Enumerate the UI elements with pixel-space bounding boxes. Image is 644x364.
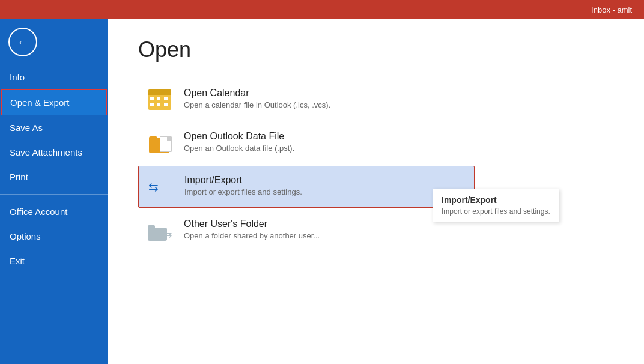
sidebar-item-options[interactable]: Options xyxy=(0,224,108,249)
open-calendar-desc: Open a calendar file in Outlook (.ics, .… xyxy=(184,100,467,109)
sidebar-item-office-account[interactable]: Office Account xyxy=(0,199,108,224)
option-import-export[interactable]: ⇆ Import/Export Import or export files a… xyxy=(138,166,475,208)
main-layout: ← Info Open & Export Save As Save Attach… xyxy=(0,19,644,364)
open-outlook-title: Open Outlook Data File xyxy=(184,131,467,142)
user-folder-icon: ⇆ xyxy=(145,219,174,243)
import-export-desc: Import or export files and settings. xyxy=(184,187,467,196)
sidebar-item-save-attachments[interactable]: Save Attachments xyxy=(0,140,108,165)
calendar-icon xyxy=(145,88,174,112)
page-title: Open xyxy=(138,37,614,62)
sidebar-item-print[interactable]: Print xyxy=(0,165,108,189)
other-users-title: Other User's Folder xyxy=(184,219,467,229)
sidebar-item-info[interactable]: Info xyxy=(0,65,108,89)
option-other-users-folder[interactable]: ⇆ Other User's Folder Open a folder shar… xyxy=(138,210,475,251)
sidebar-item-save-as[interactable]: Save As xyxy=(0,115,108,140)
import-export-title: Import/Export xyxy=(184,175,467,186)
title-bar: Inbox - amit xyxy=(0,0,644,19)
sidebar-item-exit[interactable]: Exit xyxy=(0,249,108,273)
sidebar: ← Info Open & Export Save As Save Attach… xyxy=(0,19,108,364)
tooltip-description: Import or export files and settings. xyxy=(442,207,550,216)
import-export-tooltip: Import/Export Import or export files and… xyxy=(433,189,559,222)
tooltip-title: Import/Export xyxy=(442,195,550,205)
open-outlook-desc: Open an Outlook data file (.pst). xyxy=(184,144,467,153)
content-area: Open Open Calendar Open a calendar file … xyxy=(108,19,644,364)
nav-divider xyxy=(0,194,108,195)
import-export-icon: ⇆ xyxy=(146,175,175,199)
back-button[interactable]: ← xyxy=(8,28,37,56)
title-bar-text: Inbox - amit xyxy=(591,5,632,14)
sidebar-item-open-export[interactable]: Open & Export xyxy=(1,89,107,115)
back-arrow-icon: ← xyxy=(17,36,29,48)
other-users-desc: Open a folder shared by another user... xyxy=(184,231,467,240)
folder-doc-icon xyxy=(145,131,174,155)
option-open-calendar[interactable]: Open Calendar Open a calendar file in Ou… xyxy=(138,79,475,120)
option-open-outlook-data[interactable]: Open Outlook Data File Open an Outlook d… xyxy=(138,123,475,163)
open-calendar-title: Open Calendar xyxy=(184,88,467,99)
